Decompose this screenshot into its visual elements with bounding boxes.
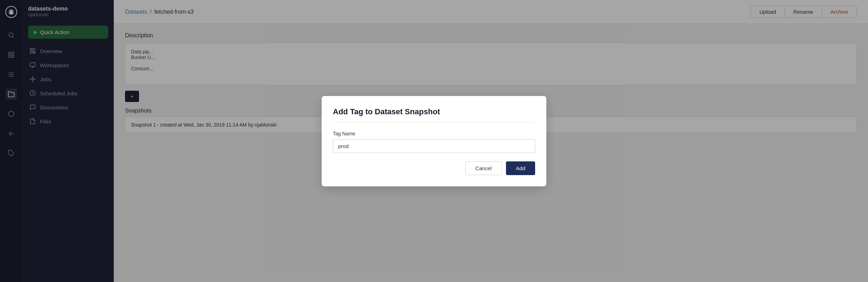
add-button[interactable]: Add	[506, 161, 535, 175]
cancel-button[interactable]: Cancel	[465, 161, 502, 175]
add-tag-dialog: Add Tag to Dataset Snapshot Tag Name Can…	[322, 96, 546, 186]
modal-overlay[interactable]: Add Tag to Dataset Snapshot Tag Name Can…	[0, 0, 868, 282]
tag-name-input[interactable]	[333, 139, 535, 153]
dialog-title: Add Tag to Dataset Snapshot	[333, 107, 535, 122]
dialog-body: Tag Name	[333, 131, 535, 153]
dialog-actions: Cancel Add	[333, 161, 535, 175]
tag-name-label: Tag Name	[333, 131, 535, 136]
